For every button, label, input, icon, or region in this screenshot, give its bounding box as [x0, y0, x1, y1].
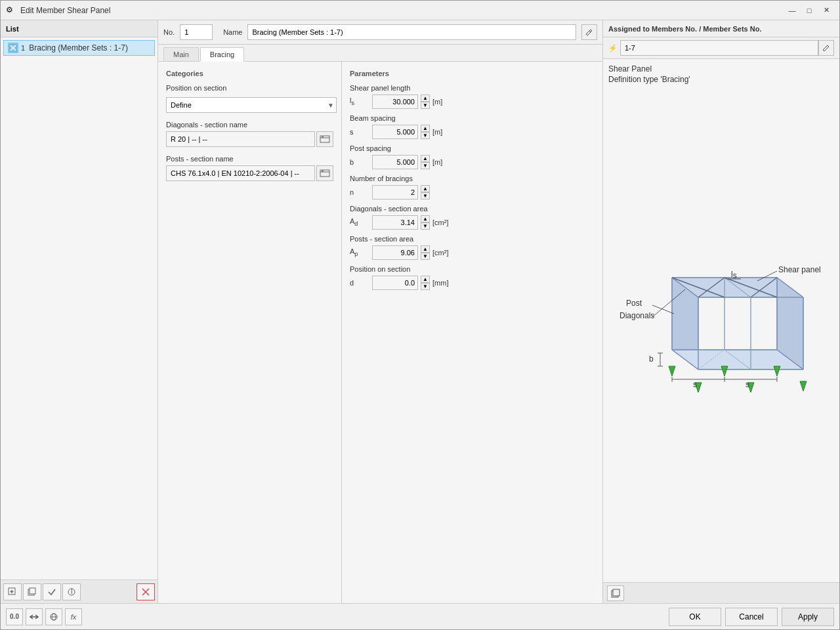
svg-marker-51 [800, 381, 807, 391]
bottom-bar: 0.0 fx OK Cancel Apply [1, 603, 839, 629]
no-name-row: No. Name [158, 20, 602, 45]
svg-marker-47 [721, 366, 728, 376]
ls-down[interactable]: ▼ [421, 102, 430, 109]
n-spinner: ▲ ▼ [421, 185, 430, 200]
ap-label-main: Posts - section area [350, 235, 595, 243]
b-label-main: Post spacing [350, 144, 595, 152]
s-down[interactable]: ▼ [421, 132, 430, 139]
ad-label-main: Diagonals - section area [350, 205, 595, 213]
svg-marker-48 [774, 366, 780, 376]
diagram-area: Shear panel Post Diagonals ls [603, 91, 839, 582]
s2-dim-label: s [746, 380, 749, 389]
arrows-button[interactable] [26, 608, 43, 625]
ls-spinner: ▲ ▼ [421, 94, 430, 109]
info-button[interactable]: i [62, 583, 81, 600]
d-label-main: Position on section [350, 265, 595, 273]
add-button[interactable] [3, 583, 22, 600]
info-line1: Shear Panel [608, 64, 834, 74]
diagram-copy-button[interactable] [607, 585, 624, 601]
n-up[interactable]: ▲ [421, 185, 430, 192]
ls-symbol: ls [350, 96, 369, 106]
ad-up[interactable]: ▲ [421, 215, 430, 222]
ap-up[interactable]: ▲ [421, 245, 430, 253]
b-spinner: ▲ ▼ [421, 155, 430, 169]
assigned-edit-button[interactable] [818, 40, 834, 56]
n-down[interactable]: ▼ [421, 192, 430, 200]
main-window: ⚙ Edit Member Shear Panel — □ ✕ List [0, 0, 840, 630]
check-button[interactable] [43, 583, 61, 600]
position-select[interactable]: Define Automatic [166, 97, 337, 113]
window-title: Edit Member Shear Panel [20, 6, 784, 15]
diagonals-browse-button[interactable] [316, 131, 333, 147]
ls-dim-label: ls [731, 270, 737, 280]
edit-name-button[interactable] [581, 24, 597, 40]
name-input[interactable] [247, 24, 576, 40]
apply-button[interactable]: Apply [782, 608, 834, 626]
n-label-main: Number of bracings [350, 175, 595, 182]
b-down[interactable]: ▼ [421, 162, 430, 169]
ls-up[interactable]: ▲ [421, 94, 430, 102]
s-input[interactable] [372, 125, 418, 139]
ap-symbol: Ap [350, 247, 369, 257]
b-input[interactable] [372, 155, 418, 169]
ap-input[interactable] [372, 245, 418, 260]
s-up[interactable]: ▲ [421, 125, 430, 132]
globe-button[interactable] [45, 608, 62, 625]
maximize-button[interactable]: □ [801, 4, 817, 17]
n-input[interactable] [372, 185, 418, 200]
b-up[interactable]: ▲ [421, 155, 430, 162]
list-toolbar: i [1, 579, 158, 603]
parameters-section: Parameters Shear panel length ls ▲ ▼ [m] [342, 62, 602, 603]
tab-bracing[interactable]: Bracing [200, 47, 244, 62]
s-symbol: s [350, 128, 369, 136]
ad-input[interactable] [372, 215, 418, 230]
formula-button[interactable]: fx [65, 608, 82, 625]
units-button[interactable]: 0.0 [6, 608, 23, 625]
cancel-button[interactable]: Cancel [725, 608, 778, 626]
d-up[interactable]: ▲ [421, 276, 430, 283]
svg-marker-46 [669, 366, 675, 376]
b-unit: [m] [432, 158, 465, 166]
copy-button[interactable] [23, 583, 41, 600]
no-label: No. [163, 28, 175, 36]
posts-browse-button[interactable] [316, 165, 333, 181]
position-label: Position on section [166, 84, 284, 92]
diagonals-input[interactable] [166, 131, 315, 147]
window-icon: ⚙ [6, 5, 16, 16]
assigned-header: Assigned to Members No. / Member Sets No… [603, 20, 839, 37]
svg-rect-18 [322, 171, 324, 172]
ap-down[interactable]: ▼ [421, 253, 430, 260]
delete-button[interactable] [136, 583, 155, 600]
no-input[interactable] [180, 24, 213, 40]
svg-rect-7 [30, 588, 35, 594]
assigned-input[interactable] [620, 40, 818, 56]
n-section: Number of bracings n ▲ ▼ [350, 175, 595, 200]
ad-down[interactable]: ▼ [421, 222, 430, 230]
n-row: n ▲ ▼ [350, 185, 595, 200]
ls-unit: [m] [432, 98, 465, 106]
posts-input[interactable] [166, 165, 315, 181]
posts-section-name: Posts - section name [166, 155, 333, 181]
svg-line-12 [589, 31, 591, 32]
name-label: Name [223, 28, 242, 36]
d-input[interactable] [372, 276, 418, 290]
position-select-wrapper: Define Automatic ▼ [166, 97, 337, 113]
bottom-toolbar: 0.0 fx [6, 608, 669, 625]
shear-panel-label: Shear panel [778, 265, 821, 274]
ok-button[interactable]: OK [669, 608, 721, 626]
ls-input[interactable] [372, 94, 418, 109]
close-button[interactable]: ✕ [818, 4, 834, 17]
list-panel: List 1 Bracing (Member Sets : 1-7) [1, 20, 158, 603]
diagonals-row [166, 131, 333, 147]
s-row: s ▲ ▼ [m] [350, 125, 595, 139]
list-item-label: 1 Bracing (Member Sets : 1-7) [21, 43, 128, 52]
ad-unit: [cm²] [432, 219, 465, 226]
tab-main[interactable]: Main [163, 47, 199, 61]
b-row: b ▲ ▼ [m] [350, 155, 595, 169]
list-item[interactable]: 1 Bracing (Member Sets : 1-7) [3, 40, 155, 56]
main-content: List 1 Bracing (Member Sets : 1-7) [1, 20, 839, 603]
d-unit: [mm] [432, 279, 465, 287]
d-down[interactable]: ▼ [421, 283, 430, 290]
b-dim-label: b [649, 354, 654, 364]
minimize-button[interactable]: — [784, 4, 800, 17]
